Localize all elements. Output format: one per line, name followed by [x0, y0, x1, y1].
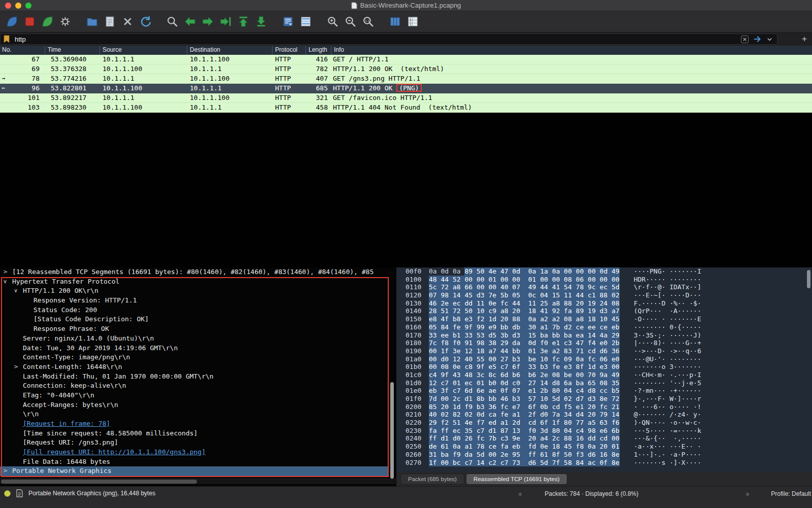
- apply-filter-icon[interactable]: [753, 35, 762, 43]
- hex-row[interactable]: 01e0eb 3f c7 6d 6e ae 0f 07 e1 2b 80 04 …: [396, 387, 812, 395]
- packet-row-69[interactable]: 6953.37632810.1.1.10010.1.1.1HTTP782HTTP…: [0, 64, 812, 74]
- hex-row[interactable]: 01d012 c7 01 ec 01 b0 0d c0 27 14 d8 6a …: [396, 379, 812, 387]
- column-header-protocol[interactable]: Protocol: [272, 46, 306, 55]
- hex-row[interactable]: 017033 ee b1 33 53 d5 3b d3 15 ba bb ba …: [396, 331, 812, 340]
- zoom-out-button[interactable]: [342, 14, 359, 30]
- restart-capture-button[interactable]: [39, 14, 56, 30]
- expander-icon[interactable]: >: [3, 466, 12, 476]
- hex-row[interactable]: 0240ff d1 d0 26 fc 7b c3 9e 20 a4 2c 88 …: [396, 434, 812, 443]
- hex-row[interactable]: 01105c 72 a8 66 00 00 40 07 49 44 41 54 …: [396, 283, 812, 291]
- packet-row-103[interactable]: 10353.89823010.1.1.10010.1.1.1HTTP458HTT…: [0, 103, 812, 113]
- detail-row[interactable]: Status Code: 200: [0, 306, 389, 315]
- hex-row[interactable]: 013046 2e ec dd 11 0e fc 44 11 25 a8 88 …: [396, 299, 812, 308]
- stop-capture-button[interactable]: [21, 14, 39, 30]
- hex-row[interactable]: 019000 1f 3e 12 18 a7 44 bb 01 3e a2 83 …: [396, 347, 812, 355]
- hex-row[interactable]: 010048 44 52 00 00 01 00 00 01 00 00 08 …: [396, 276, 812, 284]
- column-header-length[interactable]: Length: [306, 46, 331, 55]
- detail-row[interactable]: Accept-Ranges: bytes\r\n: [0, 400, 389, 410]
- hex-vertical-scrollbar[interactable]: [807, 270, 810, 288]
- column-header-source[interactable]: Source: [99, 46, 187, 55]
- hex-row[interactable]: 01807c f8 f0 91 98 38 29 da 0d f0 e1 c3 …: [396, 339, 812, 347]
- bookmark-icon[interactable]: [3, 35, 10, 43]
- zoom-in-button[interactable]: [324, 14, 342, 30]
- packet-row-78[interactable]: →7853.77421610.1.1.110.1.1.100HTTP407GET…: [0, 74, 812, 84]
- detail-row[interactable]: >Content-Length: 16448\r\n: [0, 362, 389, 372]
- detail-row[interactable]: ETag: "0-4040"\r\n: [0, 391, 389, 400]
- go-last-packet-button[interactable]: [252, 14, 270, 30]
- packet-row-101[interactable]: 10153.89221710.1.1.110.1.1.100HTTP321GET…: [0, 93, 812, 103]
- zoom-reset-button[interactable]: 1:1: [359, 14, 377, 30]
- details-vertical-scrollbar[interactable]: [390, 382, 394, 479]
- go-first-packet-button[interactable]: [234, 14, 252, 30]
- capture-file-icon[interactable]: [16, 489, 23, 497]
- column-header-time[interactable]: Time: [45, 46, 99, 55]
- detail-row[interactable]: File Data: 16448 bytes: [0, 457, 389, 467]
- detail-row[interactable]: Date: Tue, 30 Apr 2019 14:19:06 GMT\r\n: [0, 344, 389, 353]
- detail-row[interactable]: [Time since request: 48.585000 milliseco…: [0, 429, 389, 438]
- hex-row[interactable]: 020085 20 1d f9 b3 36 fc e7 6f 0b cd f5 …: [396, 403, 812, 411]
- hex-row[interactable]: 016005 84 fe 9f 99 e9 bb db 30 a1 7b d2 …: [396, 323, 812, 331]
- detail-row[interactable]: Last-Modified: Thu, 01 Jan 1970 00:00:00…: [0, 372, 389, 382]
- capture-options-button[interactable]: [56, 14, 74, 30]
- hex-row[interactable]: 01a000 d0 12 40 55 00 27 b3 be 10 fc 09 …: [396, 355, 812, 363]
- detail-row[interactable]: >Portable Network Graphics: [0, 466, 389, 476]
- save-file-button[interactable]: [101, 14, 119, 30]
- expander-icon[interactable]: ∨: [14, 286, 23, 296]
- hex-row[interactable]: 01c0c4 9f 43 48 3c 8c 6d b6 b6 2e 08 be …: [396, 371, 812, 379]
- hex-row[interactable]: 02701f 00 bc c7 14 c2 c7 73 d6 5d 7f 58 …: [396, 459, 812, 467]
- expander-icon[interactable]: >: [3, 267, 12, 277]
- detail-row[interactable]: \r\n: [0, 410, 389, 419]
- go-back-button[interactable]: [181, 14, 199, 30]
- tab-packet-bytes[interactable]: Packet (685 bytes): [400, 473, 464, 485]
- find-packet-button[interactable]: [163, 14, 181, 30]
- hex-row[interactable]: 0230fa ff ec 35 c7 d1 87 13 f0 3d 80 04 …: [396, 427, 812, 435]
- detail-row[interactable]: Response Phrase: OK: [0, 324, 389, 334]
- expert-info-icon[interactable]: [4, 490, 11, 497]
- hex-row[interactable]: 022029 f2 51 4e f7 ed a1 2d cd 6f 1f 80 …: [396, 419, 812, 427]
- details-horizontal-scrollbar[interactable]: [0, 479, 396, 484]
- go-forward-button[interactable]: [199, 14, 217, 30]
- colorize-button[interactable]: [297, 14, 315, 30]
- resize-columns-button[interactable]: [386, 14, 404, 30]
- reload-file-button[interactable]: [137, 14, 154, 30]
- packet-row-96[interactable]: ←9653.82280110.1.1.10010.1.1.1HTTP685HTT…: [0, 84, 812, 93]
- detail-row[interactable]: Connection: keep-alive\r\n: [0, 381, 389, 391]
- scrollbar-thumb[interactable]: [1, 480, 197, 484]
- hex-row[interactable]: 0150e8 4f b8 e3 f2 1d 20 88 0a a2 a2 08 …: [396, 315, 812, 323]
- start-capture-button[interactable]: [3, 14, 21, 30]
- auto-scroll-button[interactable]: [279, 14, 297, 30]
- expander-icon[interactable]: >: [14, 362, 23, 372]
- expander-icon[interactable]: ∨: [3, 277, 12, 287]
- reorder-columns-button[interactable]: 123: [404, 14, 422, 30]
- open-file-button[interactable]: [83, 14, 101, 30]
- detail-row[interactable]: [Request in frame: 78]: [0, 419, 389, 429]
- go-to-packet-button[interactable]: [217, 14, 234, 30]
- add-filter-button[interactable]: +: [802, 33, 807, 45]
- detail-row[interactable]: [Full request URI: http://10.1.1.100/gns…: [0, 448, 389, 457]
- hex-row[interactable]: 014028 51 72 50 10 c9 a8 20 18 41 92 fa …: [396, 307, 812, 315]
- hex-row[interactable]: 01f07d 00 2c d1 8b bb 46 b3 57 10 5d 02 …: [396, 395, 812, 403]
- detail-row[interactable]: ∨Hypertext Transfer Protocol: [0, 277, 389, 287]
- packet-row-67[interactable]: 6753.36904010.1.1.110.1.1.100HTTP416GET …: [0, 55, 812, 64]
- column-header-destination[interactable]: Destination: [187, 46, 272, 55]
- close-file-button[interactable]: [119, 14, 137, 30]
- hex-row[interactable]: 012007 98 14 45 d3 7e 5b 05 0c 04 15 11 …: [396, 291, 812, 299]
- hex-row[interactable]: 0250de 61 0a a1 78 ce fa eb fd 0e 18 45 …: [396, 443, 812, 451]
- column-header-no[interactable]: No.: [0, 46, 45, 55]
- detail-row[interactable]: Server: nginx/1.14.0 (Ubuntu)\r\n: [0, 334, 389, 344]
- detail-row[interactable]: [Request URI: /gns3.png]: [0, 438, 389, 448]
- hex-row[interactable]: 026031 ba f9 da 5d 00 2e 95 ff 61 8f 50 …: [396, 451, 812, 459]
- chevron-down-icon[interactable]: [766, 36, 773, 43]
- status-profile[interactable]: Profile: Default: [771, 490, 811, 497]
- hex-row[interactable]: 021040 02 82 02 0d ca fe a1 2f d0 7a 34 …: [396, 411, 812, 419]
- detail-row[interactable]: ∨HTTP/1.1 200 OK\r\n: [0, 286, 389, 296]
- detail-row[interactable]: [Status Code Description: OK]: [0, 315, 389, 324]
- detail-row[interactable]: Content-Type: image/png\r\n: [0, 353, 389, 362]
- hex-row[interactable]: 00f00a 0d 0a 89 50 4e 47 0d 0a 1a 0a 00 …: [396, 267, 812, 276]
- detail-row[interactable]: >[12 Reassembled TCP Segments (16691 byt…: [0, 267, 389, 277]
- hex-row[interactable]: 01b000 08 0e c8 9f e5 c7 6f 33 b3 fe e3 …: [396, 363, 812, 371]
- clear-filter-icon[interactable]: [740, 35, 749, 44]
- tab-reassembled-tcp[interactable]: Reassembled TCP (16691 bytes): [466, 473, 567, 485]
- display-filter-input[interactable]: http: [0, 33, 777, 45]
- detail-row[interactable]: Response Version: HTTP/1.1: [0, 296, 389, 306]
